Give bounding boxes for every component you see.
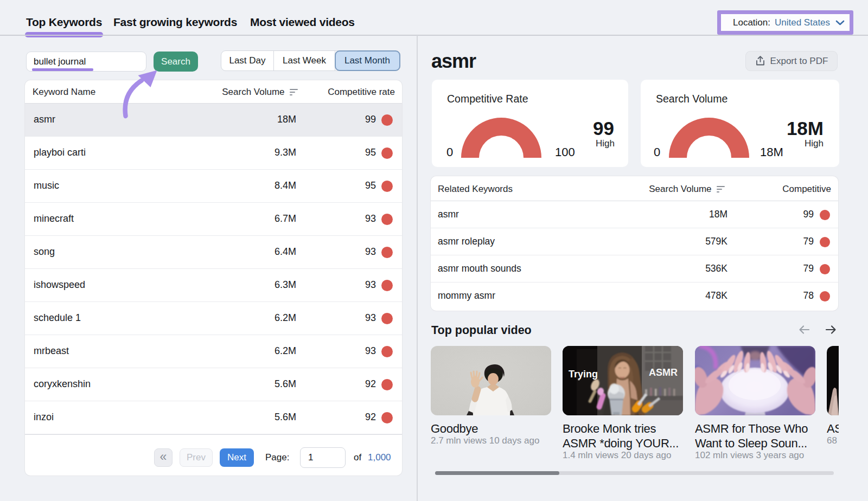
svg-text:Trying: Trying (569, 369, 598, 380)
svg-text:ASMR: ASMR (649, 367, 678, 378)
